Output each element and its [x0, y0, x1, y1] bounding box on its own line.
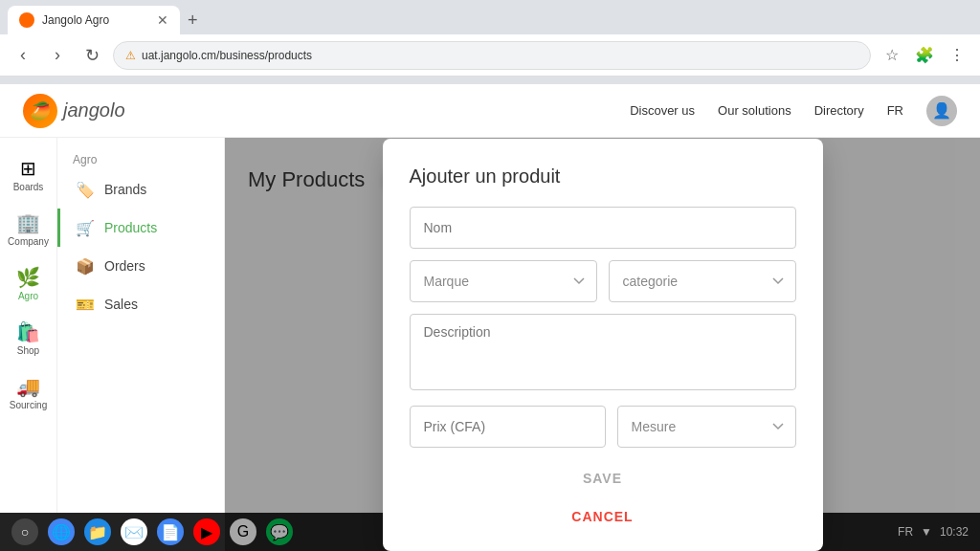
body-area: ⊞ Boards 🏢 Company 🌿 Agro 🛍️ Shop 🚚 Sour… [0, 138, 980, 551]
iconbar-item-sourcing[interactable]: 🚚 Sourcing [4, 367, 54, 418]
taskbar-docs-icon[interactable]: 📄 [157, 518, 184, 545]
directory-link[interactable]: Directory [814, 103, 864, 118]
modal-title: Ajouter un produit [410, 165, 796, 187]
extensions-icon[interactable]: 🧩 [911, 42, 938, 69]
iconbar-item-shop[interactable]: 🛍️ Shop [4, 313, 54, 364]
prix-input[interactable] [410, 406, 606, 448]
modal-overlay: Ajouter un produit Marque categorie [225, 138, 980, 551]
marque-select[interactable]: Marque [410, 260, 597, 302]
app-container: 🥭 jangolo Discover us Our solutions Dire… [0, 84, 980, 551]
sidebar-section-label: Agro [57, 145, 224, 170]
bookmark-icon[interactable]: ☆ [879, 42, 905, 69]
company-icon: 🏢 [16, 211, 40, 234]
iconbar-label-company: Company [8, 236, 49, 247]
iconbar-label-boards: Boards [13, 182, 44, 192]
tab-close-btn[interactable]: ✕ [157, 12, 168, 28]
sidebar-label-brands: Brands [104, 182, 146, 197]
taskbar-chrome-icon[interactable]: 🌐 [48, 518, 75, 545]
iconbar-label-agro: Agro [18, 291, 38, 301]
logo-area: 🥭 jangolo [23, 94, 125, 128]
taskbar-files-icon[interactable]: 📁 [84, 518, 111, 545]
top-nav-links: Discover us Our solutions Directory FR 👤 [630, 96, 957, 126]
taskbar-search-icon[interactable]: ○ [11, 518, 38, 545]
address-bar[interactable]: ⚠ uat.jangolo.cm/business/products [113, 41, 871, 70]
avatar-button[interactable]: 👤 [926, 96, 957, 126]
toolbar-icons: ☆ 🧩 ⋮ [879, 42, 970, 69]
modal-price-row: Mesure [410, 406, 796, 448]
url-text: uat.jangolo.cm/business/products [142, 49, 312, 62]
browser-chrome: Jangolo Agro ✕ + ‹ › ↻ ⚠ uat.jangolo.cm/… [0, 0, 980, 84]
sidebar-item-products[interactable]: 🛒 Products [57, 209, 224, 247]
reload-button[interactable]: ↻ [78, 42, 105, 69]
sales-icon: 🎫 [76, 295, 95, 314]
sidebar-label-sales: Sales [104, 297, 138, 312]
brands-icon: 🏷️ [76, 180, 95, 199]
lang-button[interactable]: FR [887, 103, 903, 118]
sidebar-item-orders[interactable]: 📦 Orders [57, 247, 224, 285]
menu-icon[interactable]: ⋮ [944, 42, 970, 69]
forward-button[interactable]: › [44, 42, 71, 69]
mesure-select[interactable]: Mesure [617, 406, 796, 448]
products-icon: 🛒 [76, 218, 95, 237]
shop-icon: 🛍️ [16, 320, 40, 343]
sidebar-label-products: Products [104, 220, 157, 235]
boards-icon: ⊞ [20, 157, 36, 180]
orders-icon: 📦 [76, 256, 95, 276]
logo-text: jangolo [63, 99, 125, 121]
iconbar-label-shop: Shop [17, 345, 39, 356]
iconbar-item-boards[interactable]: ⊞ Boards [4, 149, 54, 200]
cancel-button[interactable]: CANCEL [571, 501, 633, 532]
tab-favicon [19, 12, 34, 28]
iconbar-item-company[interactable]: 🏢 Company [4, 204, 54, 254]
discover-link[interactable]: Discover us [630, 103, 695, 118]
agro-icon: 🌿 [16, 266, 40, 289]
sidebar-item-sales[interactable]: 🎫 Sales [57, 285, 224, 323]
main-content: My Products + Ajouter un produit Marque … [225, 138, 980, 551]
iconbar-item-agro[interactable]: 🌿 Agro [4, 258, 54, 309]
security-warning-icon: ⚠ [125, 49, 136, 62]
taskbar-youtube-icon[interactable]: ▶ [193, 518, 220, 545]
sidebar-item-brands[interactable]: 🏷️ Brands [57, 170, 224, 209]
sourcing-icon: 🚚 [16, 375, 40, 398]
nom-input[interactable] [410, 207, 796, 249]
modal-select-row: Marque categorie [410, 260, 796, 302]
add-product-modal: Ajouter un produit Marque categorie [383, 139, 823, 551]
icon-bar: ⊞ Boards 🏢 Company 🌿 Agro 🛍️ Shop 🚚 Sour… [0, 138, 57, 551]
save-button[interactable]: SAVE [583, 463, 622, 494]
sidebar-label-orders: Orders [104, 258, 145, 274]
back-button[interactable]: ‹ [10, 42, 36, 69]
taskbar-gmail-icon[interactable]: ✉️ [121, 518, 147, 545]
logo-icon: 🥭 [23, 94, 57, 128]
browser-tabs: Jangolo Agro ✕ + [0, 0, 980, 34]
modal-actions: SAVE CANCEL [410, 463, 796, 532]
sidebar: Agro 🏷️ Brands 🛒 Products 📦 Orders 🎫 Sal… [57, 138, 225, 551]
description-textarea[interactable] [410, 314, 796, 390]
tab-title: Jangolo Agro [42, 13, 109, 27]
top-nav: 🥭 jangolo Discover us Our solutions Dire… [0, 84, 980, 138]
active-tab[interactable]: Jangolo Agro ✕ [8, 6, 180, 34]
browser-toolbar: ‹ › ↻ ⚠ uat.jangolo.cm/business/products… [0, 34, 980, 77]
iconbar-label-sourcing: Sourcing [10, 400, 47, 410]
solutions-link[interactable]: Our solutions [718, 103, 791, 118]
new-tab-button[interactable]: + [180, 11, 206, 31]
categorie-select[interactable]: categorie [609, 260, 796, 302]
